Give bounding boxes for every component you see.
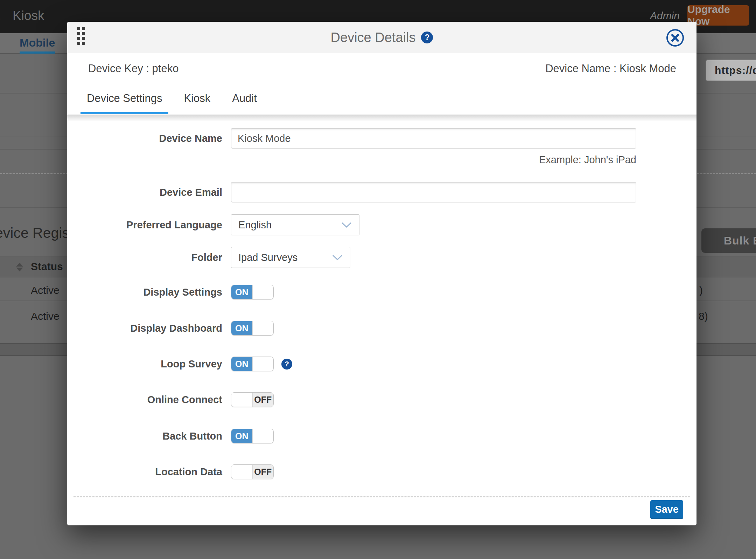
screen: › Kiosk Admin Upgrade Now Mobile https:/… <box>0 0 756 559</box>
location-data-label: Location Data <box>67 466 222 478</box>
tab-kiosk[interactable]: Kiosk <box>177 92 217 114</box>
tabbar-shadow <box>67 115 696 122</box>
device-name-helper: Example: John's iPad <box>539 154 636 166</box>
preferred-language-value: English <box>238 219 272 231</box>
sort-icon[interactable] <box>16 263 24 271</box>
preferred-language-select[interactable]: English <box>231 214 359 235</box>
modal-header: Device Details ? <box>67 22 696 53</box>
status-column-header[interactable]: Status <box>31 261 63 272</box>
back-button-label: Back Button <box>67 430 222 442</box>
breadcrumb-chevron-icon: › <box>0 9 1 27</box>
device-registrations-heading: evice Registr <box>0 225 78 241</box>
survey-url-field[interactable]: https://qa. <box>706 60 756 81</box>
chevron-down-icon <box>332 254 343 261</box>
back-button-toggle[interactable]: ON <box>231 429 274 443</box>
display-dashboard-toggle[interactable]: ON <box>231 321 274 336</box>
bulk-edit-devices-button[interactable]: Bulk Edit Dev <box>701 228 756 253</box>
save-button[interactable]: Save <box>650 500 683 518</box>
folder-value: Ipad Surveys <box>238 252 298 263</box>
display-settings-toggle[interactable]: ON <box>231 285 274 299</box>
online-connect-label: Online Connect <box>67 394 222 406</box>
help-icon[interactable]: ? <box>281 359 292 370</box>
tab-mobile[interactable]: Mobile <box>20 36 55 54</box>
device-details-modal: Device Details ? Device Key : pteko Devi… <box>67 22 696 525</box>
online-connect-toggle[interactable]: OFF <box>231 392 274 407</box>
admin-menu[interactable]: Admin <box>650 10 680 22</box>
tab-device-settings[interactable]: Device Settings <box>80 92 168 114</box>
folder-select[interactable]: Ipad Surveys <box>231 247 350 268</box>
location-data-toggle[interactable]: OFF <box>231 464 274 479</box>
loop-survey-toggle[interactable]: ON <box>231 357 274 371</box>
upgrade-now-button[interactable]: Upgrade Now <box>687 5 749 26</box>
display-settings-label: Display Settings <box>67 287 222 298</box>
drag-handle-icon[interactable] <box>77 27 85 45</box>
device-name-text: Device Name : Kiosk Mode <box>545 62 676 75</box>
device-email-label: Device Email <box>67 187 222 198</box>
device-name-input[interactable] <box>231 128 636 149</box>
footer-divider <box>74 496 690 497</box>
modal-tabbar: Device Settings Kiosk Audit <box>67 84 696 114</box>
close-icon[interactable] <box>666 29 684 47</box>
device-name-label: Device Name <box>67 133 222 144</box>
table-row[interactable]: Active <box>31 284 59 296</box>
display-dashboard-label: Display Dashboard <box>67 323 222 334</box>
tab-audit[interactable]: Audit <box>226 92 263 114</box>
device-key-text: Device Key : pteko <box>88 62 178 75</box>
breadcrumb[interactable]: Kiosk <box>13 8 44 23</box>
help-icon[interactable]: ? <box>421 32 433 43</box>
folder-label: Folder <box>67 252 222 263</box>
modal-title: Device Details <box>331 30 416 45</box>
loop-survey-label: Loop Survey <box>67 358 222 370</box>
table-row[interactable]: Active <box>31 310 59 322</box>
table-row-fragment: 8) <box>699 310 708 322</box>
table-row-fragment: ) <box>699 284 703 296</box>
modal-subheader: Device Key : pteko Device Name : Kiosk M… <box>67 53 696 84</box>
device-email-input[interactable] <box>231 182 636 202</box>
chevron-down-icon <box>341 222 352 228</box>
preferred-language-label: Preferred Language <box>67 219 222 231</box>
